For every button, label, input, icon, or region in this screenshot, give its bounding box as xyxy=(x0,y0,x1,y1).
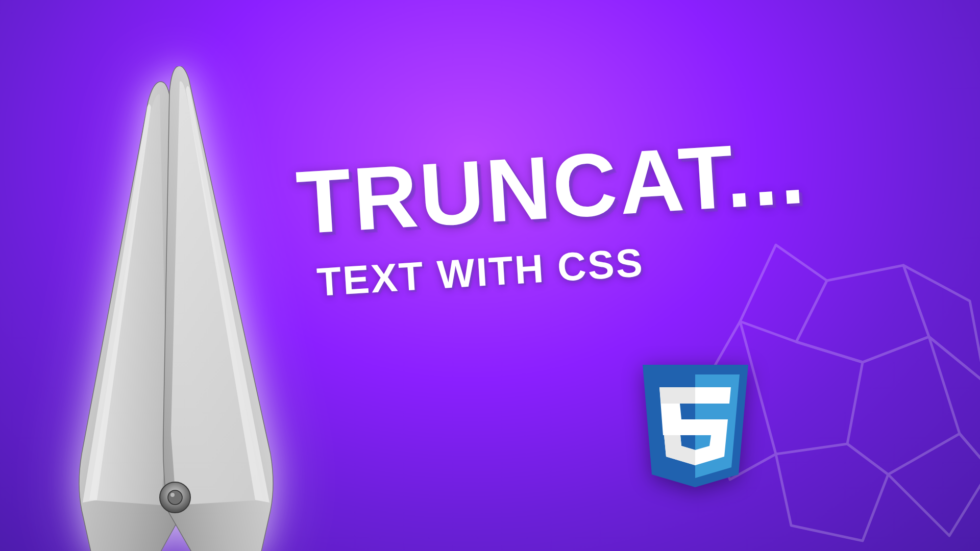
css3-logo-icon xyxy=(635,365,755,500)
title-main-text: TRUNCAT... xyxy=(294,127,808,247)
title-block: TRUNCAT... TEXT WITH CSS xyxy=(294,127,812,306)
scissors-icon xyxy=(31,66,316,551)
svg-point-1 xyxy=(168,490,182,505)
svg-point-2 xyxy=(170,493,175,497)
